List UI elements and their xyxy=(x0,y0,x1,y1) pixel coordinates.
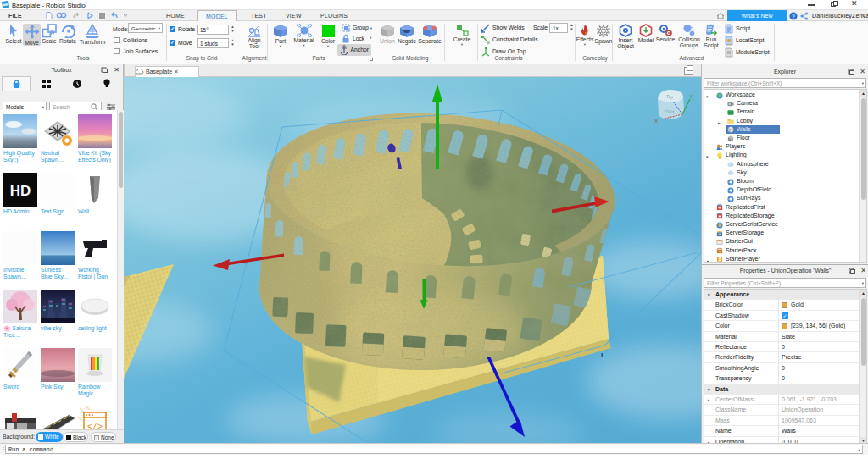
svg-text:Y: Y xyxy=(689,94,693,99)
svg-text:</>: </> xyxy=(87,423,103,429)
svg-text:L: L xyxy=(601,351,605,359)
svg-text:HD: HD xyxy=(10,183,31,199)
svg-text:Top: Top xyxy=(666,93,674,99)
svg-text:?: ? xyxy=(792,13,795,19)
svg-text:X: X xyxy=(654,119,658,124)
